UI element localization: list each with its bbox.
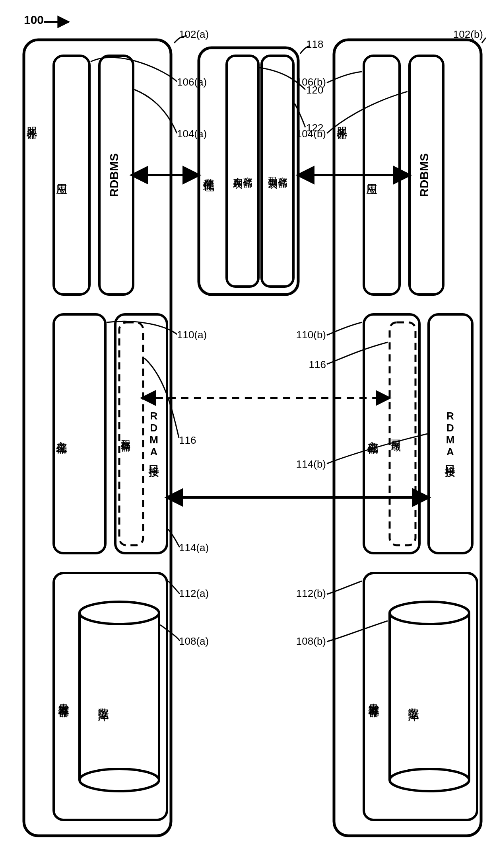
server-b-mass-label: 大容量储存器 [366,577,381,816]
svg-text:108(b): 108(b) [296,635,326,647]
server-a-mainmem-label: 主存储器 [54,314,69,553]
server-a-mass-label: 大容量储存器 [56,577,71,816]
svg-text:116: 116 [179,434,196,446]
server-b-title: 服务器 [334,60,349,179]
server-a-app-label: 应用 [54,56,69,295]
server-b-rdbms-label: RDBMS [417,153,431,197]
svg-text:104(b): 104(b) [296,128,326,140]
svg-text:116: 116 [309,359,326,371]
svg-text:110(a): 110(a) [177,329,207,341]
svg-text:114(b): 114(b) [296,458,326,470]
architecture-diagram: 100 服务器 应用 RDBMS 主存储器 RDMA接口 [0,0,493,868]
svg-point-17 [390,602,469,624]
svg-text:118: 118 [306,38,323,50]
memory-broker: 存储器代理 存储器库存列表 存储器租赁列表 [199,48,298,295]
server-b-db-cylinder: 数据库 [390,602,469,791]
svg-point-18 [390,769,469,791]
svg-text:110(b): 110(b) [296,329,326,341]
svg-text:112(a): 112(a) [179,587,209,599]
server-a: 服务器 应用 RDBMS 主存储器 RDMA接口 远程存储器 [24,40,171,836]
svg-text:106(b): 106(b) [296,76,326,88]
broker-title: 存储器代理 [201,56,216,287]
server-a-title: 服务器 [24,60,46,179]
server-a-rdbms-label: RDBMS [107,153,120,197]
server-a-remote-mem-label: 远程存储器 [119,322,132,545]
server-a-db-cylinder: 数据库 [80,602,159,791]
figure-number: 100 [24,13,68,26]
server-b-rdma-label: RDMA接口 [444,410,456,458]
svg-text:100: 100 [24,13,44,26]
svg-text:114(a): 114(a) [179,542,209,554]
svg-text:102(a): 102(a) [179,28,209,40]
svg-text:102(b): 102(b) [453,28,483,40]
server-b-avail-label: 可用区域 [390,322,402,545]
svg-point-3 [80,769,159,791]
broker-lease-label: 存储器租赁列表 [268,170,287,173]
svg-text:112(b): 112(b) [296,587,326,599]
server-b: 服务器 应用 RDBMS 主存储器 可用区域 RDMA接口 大容量储存器 [334,40,481,836]
server-a-rdma-label: RDMA接口 [147,410,161,458]
server-b-mainmem-label: 主存储器 [365,318,380,549]
svg-text:108(a): 108(a) [179,635,209,647]
svg-point-2 [80,602,159,624]
broker-inventory-label: 存储器库存列表 [233,170,252,173]
